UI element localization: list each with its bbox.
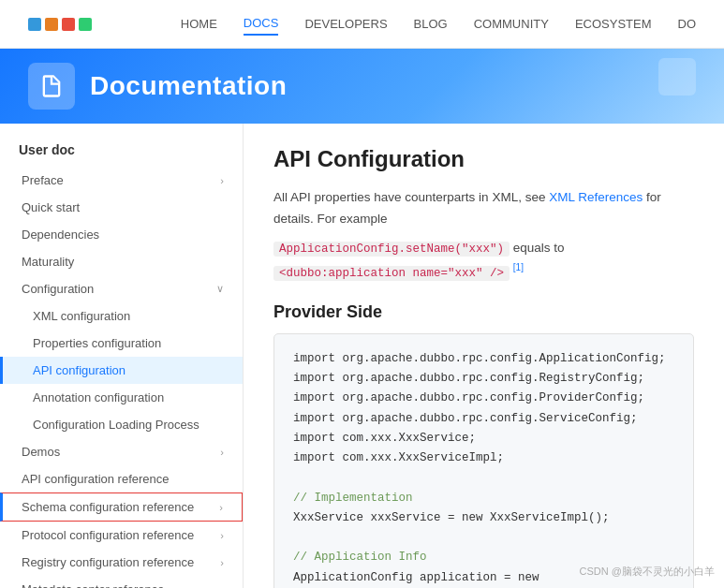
nav-blog[interactable]: BLOG	[414, 13, 448, 35]
hero-title: Documentation	[90, 71, 287, 101]
code-line: import org.apache.dubbo.rpc.config.Servi…	[293, 409, 674, 429]
sidebar-item-preface[interactable]: Preface ›	[0, 167, 243, 194]
logo-block-2	[45, 18, 58, 31]
sidebar-item-api-config[interactable]: API configuration	[0, 357, 243, 384]
sidebar-item-registry-config-ref[interactable]: Registry configuration reference ›	[0, 549, 243, 576]
logo-block-1	[28, 18, 41, 31]
code-line: import com.xxx.XxxService;	[293, 429, 674, 448]
logo[interactable]	[28, 18, 92, 31]
sidebar-item-maturality[interactable]: Maturality	[0, 248, 243, 275]
intro-code-line: ApplicationConfig.setName("xxx") equals …	[273, 238, 694, 284]
sidebar-item-metadata-center-ref[interactable]: Metadata center reference ›	[0, 576, 243, 588]
main-layout: User doc Preface › Quick start Dependenc…	[0, 124, 724, 588]
code-line: import org.apache.dubbo.rpc.config.Appli…	[293, 349, 674, 369]
chevron-right-icon-5: ›	[220, 557, 224, 568]
hero-banner: Documentation	[0, 49, 724, 124]
content-area: API Configuration All API properties hav…	[244, 124, 724, 588]
sidebar-item-properties-config[interactable]: Properties configuration	[0, 330, 243, 357]
inline-code-2: <dubbo:application name="xxx" />	[273, 266, 510, 281]
sidebar-item-configuration[interactable]: Configuration ∨	[0, 275, 243, 302]
code-line: import com.xxx.XxxServiceImpl;	[293, 448, 674, 468]
nav-ecosystem[interactable]: ECOSYSTEM	[575, 13, 652, 35]
code-line: XxxService xxxService = new XxxServiceIm…	[293, 508, 674, 528]
chevron-right-icon-6: ›	[220, 584, 224, 589]
code-line: import org.apache.dubbo.rpc.config.Provi…	[293, 389, 674, 408]
hero-icon	[28, 63, 75, 110]
chevron-down-icon: ∨	[216, 283, 224, 295]
sidebar-item-xml-config[interactable]: XML configuration	[0, 302, 243, 330]
provider-side-title: Provider Side	[273, 302, 694, 322]
sidebar-item-schema-config-ref[interactable]: Schema configuration reference ›	[0, 492, 243, 522]
chevron-right-icon-2: ›	[220, 447, 224, 458]
sidebar-item-quickstart[interactable]: Quick start	[0, 194, 243, 221]
nav-links: HOME DOCS DEVELOPERS BLOG COMMUNITY ECOS…	[181, 12, 696, 36]
sidebar-item-api-config-ref[interactable]: API configuration reference	[0, 465, 243, 492]
code-line: import org.apache.dubbo.rpc.config.Regis…	[293, 369, 674, 389]
nav-community[interactable]: COMMUNITY	[474, 13, 549, 35]
sidebar-item-annotation-config[interactable]: Annotation configuration	[0, 384, 243, 411]
chevron-right-icon: ›	[220, 175, 224, 186]
logo-block-3	[62, 18, 75, 31]
hero-corner-decoration	[658, 58, 696, 96]
inline-code-1: ApplicationConfig.setName("xxx")	[273, 242, 510, 257]
watermark: CSDN @脑袋不灵光的小白羊	[580, 565, 715, 579]
nav-do[interactable]: DO	[678, 13, 697, 35]
sidebar-item-protocol-config-ref[interactable]: Protocol configuration reference ›	[0, 522, 243, 549]
sidebar-section-title: User doc	[0, 142, 243, 167]
sidebar-item-demos[interactable]: Demos ›	[0, 438, 243, 465]
intro-paragraph: All API properties have counterparts in …	[273, 187, 694, 230]
sidebar: User doc Preface › Quick start Dependenc…	[0, 124, 244, 588]
chevron-right-icon-4: ›	[220, 530, 224, 541]
code-line-comment: // Implementation	[293, 489, 674, 508]
page-title: API Configuration	[273, 146, 694, 172]
logo-block-4	[79, 18, 92, 31]
superscript-ref: [1]	[513, 262, 524, 272]
chevron-right-icon-3: ›	[219, 502, 223, 513]
xml-references-link[interactable]: XML References	[549, 190, 643, 204]
sidebar-item-dependencies[interactable]: Dependencies	[0, 221, 243, 248]
nav-developers[interactable]: DEVELOPERS	[304, 13, 387, 35]
code-block-provider: import org.apache.dubbo.rpc.config.Appli…	[273, 333, 694, 588]
docs-icon	[38, 73, 65, 99]
nav-docs[interactable]: DOCS	[244, 12, 279, 36]
header: HOME DOCS DEVELOPERS BLOG COMMUNITY ECOS…	[0, 0, 724, 49]
sidebar-item-config-loading[interactable]: Configuration Loading Process	[0, 411, 243, 438]
nav-home[interactable]: HOME	[181, 13, 217, 35]
